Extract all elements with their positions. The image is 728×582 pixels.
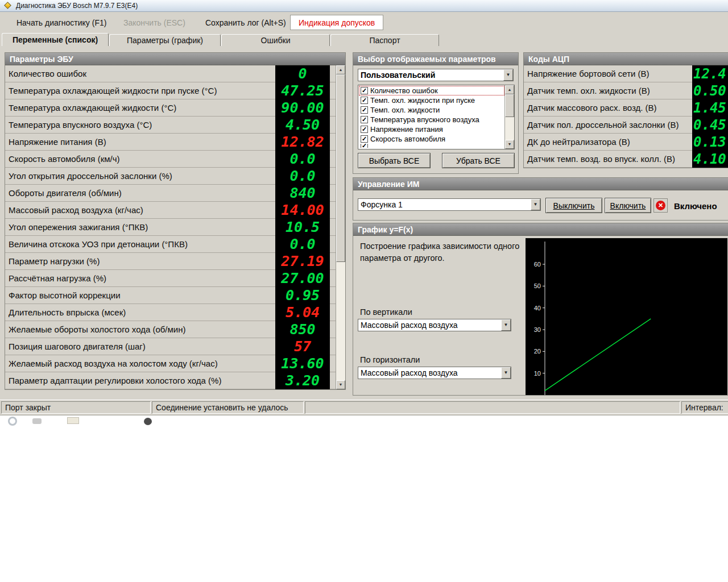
tab-errors[interactable]: Ошибки — [221, 34, 330, 46]
scroll-up-icon[interactable]: ▲ — [505, 85, 514, 94]
param-label: Температура охлаждающей жидкости при пус… — [5, 86, 275, 95]
chevron-down-icon[interactable]: ▼ — [501, 367, 511, 379]
param-row: Датчик массового расх. возд. (В) 1.45 — [524, 99, 728, 117]
vertical-axis-combo[interactable]: Массовый расход воздуха ▼ — [358, 319, 511, 331]
param-value: 0.0 — [275, 168, 330, 185]
taskbar-icon-fragment[interactable] — [8, 417, 17, 426]
checklist-item[interactable]: ✓ — [359, 144, 504, 148]
param-checklist-scrollbar[interactable]: ▲ ▼ — [504, 85, 514, 149]
param-label: ДК до нейтрализатора (В) — [524, 137, 692, 147]
checkbox-icon[interactable]: ✓ — [361, 144, 368, 148]
select-all-button[interactable]: Выбрать ВСЕ — [358, 153, 431, 168]
start-diagnostics-button[interactable]: Начать диагностику (F1) — [8, 15, 115, 30]
chevron-down-icon[interactable]: ▼ — [503, 69, 513, 81]
tab-params-graph[interactable]: Параметры (график) — [109, 34, 221, 46]
param-value: 0.0 — [275, 151, 330, 168]
param-row: Датчик темп. возд. во впуск. колл. (В) 4… — [524, 151, 728, 168]
checklist-item-label: Темп. охл. жидкости при пуске — [370, 96, 475, 105]
chevron-down-icon[interactable]: ▼ — [501, 319, 511, 331]
param-selector-header: Выбор отображаемых параметров — [353, 53, 518, 65]
taskbar-icon-fragment[interactable] — [144, 418, 152, 425]
checklist-item[interactable]: ✓ Темп. охл. жидкости — [359, 105, 504, 115]
ecu-params-header: Параметры ЭБУ — [5, 53, 345, 65]
param-row: Скорость автомобиля (км/ч) 0.0 — [5, 151, 336, 168]
actuator-indicator-button[interactable]: ✕ — [653, 198, 668, 213]
check-icon: ✓ — [362, 106, 367, 113]
horizontal-axis-combo[interactable]: Массовый расход воздуха ▼ — [358, 367, 511, 379]
check-icon: ✓ — [362, 126, 367, 132]
param-label: Температура охлаждающей жидкости (°C) — [5, 103, 275, 113]
actuator-combo[interactable]: Форсунка 1 ▼ — [358, 198, 541, 211]
param-row: Количество ошибок 0 — [5, 65, 336, 82]
preset-combo[interactable]: Пользовательский ▼ — [358, 69, 514, 81]
param-row: Величина отскока УОЗ при детонации (°ПКВ… — [5, 236, 336, 253]
param-value: 0.13 — [692, 134, 728, 151]
preset-combo-value: Пользовательский — [361, 69, 503, 81]
param-label: Напряжение питания (В) — [5, 137, 275, 147]
param-label: Датчик темп. возд. во впуск. колл. (В) — [524, 154, 692, 164]
checkbox-icon[interactable]: ✓ — [361, 135, 368, 143]
param-row: Угол опережения зажигания (°ПКВ) 10.5 — [5, 219, 336, 236]
vertical-axis-label: По вертикали — [360, 307, 412, 317]
horizontal-axis-label: По горизонтали — [360, 355, 420, 364]
checkbox-icon[interactable]: ✓ — [361, 116, 368, 123]
param-label: Массовый расход воздуха (кг/час) — [5, 205, 275, 215]
scroll-thumb[interactable] — [505, 94, 514, 117]
status-connection: Соединение установить не удалось — [152, 401, 304, 414]
scroll-thumb[interactable] — [336, 74, 345, 262]
taskbar-icon-fragment[interactable] — [67, 417, 79, 424]
checkbox-icon[interactable]: ✓ — [361, 87, 368, 94]
checkbox-icon[interactable]: ✓ — [361, 97, 368, 104]
actuator-combo-value: Форсунка 1 — [361, 199, 530, 210]
status-interval: Интервал: — [681, 401, 728, 414]
ecu-params-table: Количество ошибок 0 Температура охлаждаю… — [5, 65, 336, 389]
ecu-params-scrollbar[interactable]: ▲ ▼ — [336, 65, 345, 389]
checklist-item[interactable]: ✓ Темп. охл. жидкости при пуске — [359, 95, 504, 105]
checklist-item[interactable]: ✓ Скорость автомобиля — [359, 134, 504, 144]
actuator-control-panel: Управление ИМ Форсунка 1 ▼ Выключить Вкл… — [353, 177, 728, 221]
actuator-on-button[interactable]: Включить — [605, 198, 651, 213]
param-label: Датчик темп. охл. жидкости (В) — [524, 86, 692, 95]
param-value: 0.45 — [692, 117, 728, 134]
param-label: Количество ошибок — [5, 69, 275, 78]
checklist-item[interactable]: ✓ Количество ошибок — [359, 86, 504, 95]
svg-text:40: 40 — [534, 305, 541, 311]
taskbar-icon-fragment[interactable] — [32, 418, 42, 424]
chevron-down-icon[interactable]: ▼ — [531, 199, 540, 210]
param-value: 0.0 — [275, 236, 330, 253]
param-row: Напряжение питания (В) 12.82 — [5, 134, 336, 151]
actuator-off-button[interactable]: Выключить — [545, 198, 602, 213]
graph-description: Построение графика зависимости одного па… — [360, 240, 520, 264]
check-icon: ✓ — [362, 87, 367, 94]
checklist-item[interactable]: ✓ Напряжение питания — [359, 124, 504, 134]
param-value: 840 — [275, 185, 330, 202]
param-value: 0.50 — [692, 82, 728, 99]
tab-variables-list[interactable]: Переменные (список) — [2, 33, 109, 46]
checkbox-icon[interactable]: ✓ — [361, 106, 368, 114]
param-checklist[interactable]: ✓ Количество ошибок ✓ Темп. охл. жидкост… — [358, 85, 515, 149]
stop-diagnostics-button[interactable]: Закончить (ESC) — [115, 15, 194, 30]
param-row: ДК до нейтрализатора (В) 0.13 — [524, 134, 728, 151]
tab-passport[interactable]: Паспорт — [330, 34, 439, 46]
param-label: Датчик пол. дроссельной заслонки (В) — [524, 120, 692, 130]
checklist-item[interactable]: ✓ Температура впускного воздуха — [359, 115, 504, 124]
param-value: 5.04 — [275, 304, 330, 321]
clear-all-button[interactable]: Убрать ВСЕ — [442, 153, 515, 168]
param-value: 0.95 — [275, 287, 330, 304]
svg-text:60: 60 — [534, 261, 541, 268]
param-value: 1.45 — [692, 99, 728, 117]
save-log-button[interactable]: Сохранить лог (Alt+S) — [197, 15, 295, 30]
param-row: Обороты двигателя (об/мин) 840 — [5, 185, 336, 202]
param-row: Фактор высотной коррекции 0.95 — [5, 287, 336, 304]
scroll-down-icon[interactable]: ▼ — [505, 140, 514, 149]
scroll-up-icon[interactable]: ▲ — [336, 65, 345, 74]
checklist-item-label: Количество ошибок — [370, 86, 438, 95]
param-label: Фактор высотной коррекции — [5, 290, 275, 300]
param-value: 47.25 — [275, 82, 330, 99]
scroll-down-icon[interactable]: ▼ — [336, 380, 345, 389]
param-label: Желаемый расход воздуха на холостом ходу… — [5, 359, 275, 368]
tolerance-indication-button[interactable]: Индикация допусков — [290, 15, 383, 30]
checkbox-icon[interactable]: ✓ — [361, 126, 368, 133]
check-icon: ✓ — [362, 116, 367, 123]
param-label: Длительность впрыска (мсек) — [5, 307, 275, 317]
